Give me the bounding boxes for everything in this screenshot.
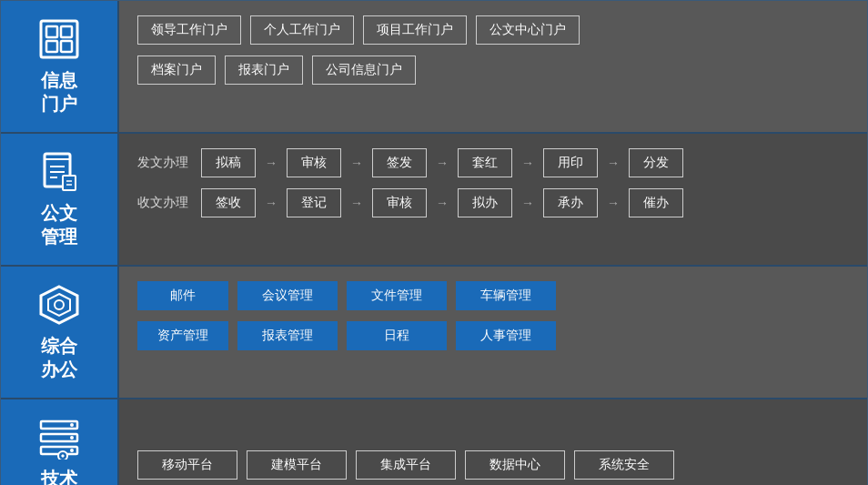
- item-承办[interactable]: 承办: [543, 188, 598, 217]
- item-系统安全[interactable]: 系统安全: [574, 450, 674, 480]
- office-row-2: 资产管理 报表管理 日程 人事管理: [137, 321, 849, 350]
- label-收文办理: 收文办理: [137, 195, 188, 211]
- right-panel-doc: 发文办理 拟稿 → 审核 → 签发 → 套红 → 用印 → 分发 收文办理 签收…: [119, 134, 867, 265]
- arrow-7: →: [350, 196, 363, 210]
- item-用印[interactable]: 用印: [543, 148, 598, 177]
- item-项目工作门户[interactable]: 项目工作门户: [363, 15, 467, 45]
- left-label-info: 信息 门户: [41, 68, 77, 116]
- item-会议管理[interactable]: 会议管理: [237, 281, 338, 310]
- row-doc-mgmt: 公文 管理 发文办理 拟稿 → 审核 → 签发 → 套红 → 用印 → 分发 收…: [1, 134, 867, 267]
- label-发文办理: 发文办理: [137, 155, 188, 171]
- item-公司信息门户[interactable]: 公司信息门户: [312, 56, 416, 85]
- tech-icon: [37, 416, 81, 460]
- arrow-6: →: [265, 196, 278, 210]
- item-车辆管理[interactable]: 车辆管理: [456, 281, 556, 310]
- svg-point-14: [70, 436, 74, 440]
- item-领导工作门户[interactable]: 领导工作门户: [137, 15, 241, 45]
- item-拟办[interactable]: 拟办: [458, 188, 512, 217]
- office-row-1: 邮件 会议管理 文件管理 车辆管理: [137, 281, 849, 310]
- doc-row-2: 收文办理 签收 → 登记 → 审核 → 拟办 → 承办 → 催办: [137, 188, 849, 217]
- row-gen-office: 综合 办公 邮件 会议管理 文件管理 车辆管理 资产管理 报表管理 日程 人事管…: [1, 267, 867, 399]
- item-集成平台[interactable]: 集成平台: [356, 450, 456, 480]
- item-套红[interactable]: 套红: [458, 148, 512, 177]
- arrow-5: →: [607, 156, 620, 170]
- item-审核-2[interactable]: 审核: [372, 188, 427, 217]
- tech-row-1: 移动平台 建模平台 集成平台 数据中心 系统安全: [137, 450, 849, 480]
- left-label-tech: 技术 平台: [41, 467, 77, 485]
- portal-icon: [37, 17, 81, 61]
- right-panel-office: 邮件 会议管理 文件管理 车辆管理 资产管理 报表管理 日程 人事管理: [119, 267, 867, 398]
- svg-rect-2: [61, 26, 72, 37]
- left-panel-office: 综合 办公: [1, 267, 119, 398]
- item-催办[interactable]: 催办: [629, 188, 683, 217]
- item-移动平台[interactable]: 移动平台: [137, 450, 237, 480]
- item-公文中心门户[interactable]: 公文中心门户: [476, 15, 580, 45]
- arrow-10: →: [607, 196, 620, 210]
- item-邮件[interactable]: 邮件: [137, 281, 228, 310]
- item-签收[interactable]: 签收: [201, 188, 256, 217]
- office-icon: [37, 283, 81, 327]
- svg-rect-4: [61, 41, 72, 52]
- doc-icon: [37, 150, 81, 194]
- item-签发[interactable]: 签发: [372, 148, 427, 177]
- left-panel-doc: 公文 管理: [1, 134, 119, 265]
- svg-rect-3: [46, 41, 57, 52]
- row-tech-platform: 技术 平台 移动平台 建模平台 集成平台 数据中心 系统安全: [1, 399, 867, 485]
- svg-point-9: [55, 300, 64, 309]
- svg-point-15: [70, 449, 74, 452]
- svg-rect-1: [46, 26, 57, 37]
- item-审核-1[interactable]: 审核: [287, 148, 341, 177]
- item-分发[interactable]: 分发: [629, 148, 683, 177]
- info-row-1: 领导工作门户 个人工作门户 项目工作门户 公文中心门户: [137, 15, 849, 45]
- item-人事管理[interactable]: 人事管理: [456, 321, 556, 350]
- info-row-2: 档案门户 报表门户 公司信息门户: [137, 56, 849, 85]
- item-档案门户[interactable]: 档案门户: [137, 56, 216, 85]
- item-文件管理[interactable]: 文件管理: [347, 281, 447, 310]
- svg-point-13: [70, 423, 74, 427]
- arrow-1: →: [265, 156, 278, 170]
- right-panel-info: 领导工作门户 个人工作门户 项目工作门户 公文中心门户 档案门户 报表门户 公司…: [119, 1, 867, 132]
- svg-marker-8: [48, 294, 70, 316]
- right-panel-tech: 移动平台 建模平台 集成平台 数据中心 系统安全: [119, 399, 867, 485]
- left-label-office: 综合 办公: [41, 334, 77, 381]
- main-container: 信息 门户 领导工作门户 个人工作门户 项目工作门户 公文中心门户 档案门户 报…: [0, 0, 868, 485]
- left-label-doc: 公文 管理: [41, 201, 77, 248]
- arrow-3: →: [436, 156, 449, 170]
- item-日程[interactable]: 日程: [347, 321, 447, 350]
- arrow-4: →: [521, 156, 534, 170]
- item-数据中心[interactable]: 数据中心: [465, 450, 565, 480]
- doc-row-1: 发文办理 拟稿 → 审核 → 签发 → 套红 → 用印 → 分发: [137, 148, 849, 177]
- item-个人工作门户[interactable]: 个人工作门户: [250, 15, 354, 45]
- svg-marker-7: [41, 287, 77, 323]
- left-panel-info: 信息 门户: [1, 1, 119, 132]
- item-建模平台[interactable]: 建模平台: [247, 450, 347, 480]
- item-报表管理[interactable]: 报表管理: [237, 321, 338, 350]
- svg-rect-6: [63, 176, 76, 190]
- item-资产管理[interactable]: 资产管理: [137, 321, 228, 350]
- arrow-9: →: [521, 196, 534, 210]
- left-panel-tech: 技术 平台: [1, 399, 119, 485]
- row-info-portal: 信息 门户 领导工作门户 个人工作门户 项目工作门户 公文中心门户 档案门户 报…: [1, 1, 867, 134]
- item-登记[interactable]: 登记: [287, 188, 341, 217]
- item-报表门户[interactable]: 报表门户: [225, 56, 303, 85]
- arrow-8: →: [436, 196, 449, 210]
- arrow-2: →: [350, 156, 363, 170]
- item-拟稿[interactable]: 拟稿: [201, 148, 256, 177]
